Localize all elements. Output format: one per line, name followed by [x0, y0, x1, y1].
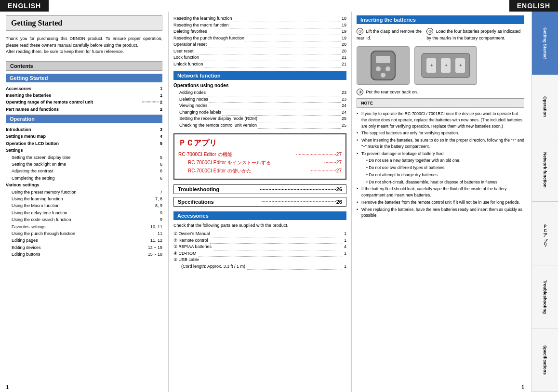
network-function-header: Network function: [173, 71, 346, 80]
battery-step-2: ② Load the four batteries properly as in…: [426, 28, 524, 41]
toc-gs-num-2: 1: [160, 92, 162, 99]
mid-toc-unlock: Unlock function21: [173, 61, 346, 68]
page-number-left: 1: [6, 384, 9, 390]
toc-op-various: Various settings: [6, 182, 162, 188]
sidebar-tab-pcapp[interactable]: ＰＣアプリ: [532, 202, 558, 265]
getting-started-title: Getting Started: [6, 15, 162, 31]
sub-bullet-4: Do not short-circuit, disassemble, heat …: [366, 179, 524, 185]
nf-adding: Adding nodes23: [173, 90, 346, 96]
troubleshooting-label: Troubleshooting: [178, 186, 219, 192]
network-function-section: Network function Operations using nodes …: [173, 71, 346, 129]
header: ENGLISH ENGLISH: [0, 0, 558, 12]
header-right-label: ENGLISH: [509, 0, 558, 12]
note-2: The supplied batteries are only for veri…: [357, 130, 524, 136]
toc-op-lcd: Operation the LCD button 5: [6, 140, 162, 147]
toc-gs-num-1: 1: [160, 85, 162, 92]
svg-text:+: +: [459, 63, 462, 68]
pc-app-item-1: RC-7000CI Editor の機能····················…: [178, 150, 342, 158]
acc-item-3: ③ R6P/AA batteries4: [173, 244, 346, 250]
note-1: If you try to operate the RC-7000CI / 70…: [357, 111, 524, 129]
network-operations-subtitle: Operations using nodes: [173, 83, 346, 88]
sub-bullet-3: Do not attempt to charge dry batteries.: [366, 172, 524, 178]
inserting-batteries-content: Inserting the batteries ① Lift the clasp…: [357, 15, 524, 219]
right-column: Inserting the batteries ① Lift the clasp…: [352, 12, 558, 392]
sidebar-tab-nf-label: Network function: [543, 152, 547, 188]
note-5: If the battery fluid should leak, carefu…: [357, 186, 524, 198]
toc-op-favorites: Favorites settings 10, 11: [6, 223, 162, 230]
nf-checking: Checking the remote control unit version…: [173, 122, 346, 129]
sidebar-tab-specifications[interactable]: Specifications: [532, 328, 558, 392]
pc-app-section: ＰＣアプリ RC-7000CI Editor の機能··············…: [173, 133, 346, 180]
mid-toc-lock: Lock function21: [173, 54, 346, 61]
toc-op-backlight: Setting the backlight on time 6: [6, 161, 162, 168]
svg-text:+: +: [445, 63, 448, 68]
mid-toc-reset-macro: Resetting the macro function19: [173, 22, 346, 29]
battery-compartment-image: + + +: [414, 46, 477, 85]
battery-images: + + +: [357, 46, 524, 85]
sidebar-tab-getting-started[interactable]: Getting Started: [532, 12, 558, 75]
troubleshooting-num: ········································…: [260, 186, 342, 192]
toc-op-editbuttons: Editing buttons 15 ~ 18: [6, 251, 162, 258]
specifications-label: Specifications: [178, 199, 214, 205]
toc-gs-num-3: ·············· 2: [142, 99, 162, 105]
pc-app-item-3: RC-7000CI Editor の使いかた··················…: [178, 167, 342, 175]
toc-op-editpages: Editing pages 11, 12: [6, 237, 162, 244]
toc-op-delay: Using the delay time function 9: [6, 209, 162, 216]
accessories-header: Accessories: [173, 211, 346, 220]
toc-op-title: Operation: [6, 115, 162, 123]
toc-gs-label-2: Inserting the batteries: [6, 92, 51, 99]
nf-changing: Changing node labels24: [173, 109, 346, 116]
sidebar-tab-operation[interactable]: Operation: [532, 75, 558, 139]
toc-gs-label-4: Part names and functions: [6, 106, 59, 113]
svg-rect-1: [376, 56, 390, 63]
toc-op-settings: Settings: [6, 147, 162, 154]
toc-op-intro: Introduction 3: [6, 126, 162, 133]
specifications-box: Specifications ·························…: [173, 197, 346, 207]
left-column: Getting Started Thank you for purchasing…: [0, 12, 169, 392]
step3-circle: ③: [357, 89, 363, 95]
toc-gs-item-2: Inserting the batteries 1: [6, 92, 162, 99]
toc-op-screen: Setting the screen display time 5: [6, 154, 162, 161]
pc-app-item-2: RC-7000CI Editor をインストールする·········27: [178, 158, 342, 167]
note-3: When inserting the batteries, be sure to…: [357, 137, 524, 150]
toc-gs-item-3: Operating range of the remote control un…: [6, 99, 162, 105]
sidebar-tab-pc-label: ＰＣアプリ: [542, 222, 548, 245]
battery-step-1: ① Lift the clasp and remove the rear lid…: [357, 28, 422, 41]
note-4: To prevent damage or leakage of battery …: [357, 151, 524, 157]
toc-gs-item-4: Part names and functions 2: [6, 106, 162, 113]
inserting-batteries-title: Inserting the batteries: [360, 17, 416, 23]
toc-op-settings-menu: Settings menu map 4: [6, 133, 162, 140]
mid-toc-reset-learn: Resetting the learning function18: [173, 15, 346, 22]
mid-toc-reset-punch: Resetting the punch through function19: [173, 35, 346, 42]
battery-steps-row: ① Lift the clasp and remove the rear lid…: [357, 28, 524, 41]
toc-getting-started: Getting Started Accessories 1 Inserting …: [6, 74, 162, 113]
toc-op-punch: Using the punch through function 11: [6, 230, 162, 237]
step1-text: Lift the clasp and remove the rear lid.: [357, 29, 422, 40]
toc-op-editdevices: Editing devices 12 ~ 15: [6, 244, 162, 251]
step2-text: Load the four batteries properly as indi…: [426, 29, 520, 40]
mid-toc-op-reset: Operational reset20: [173, 41, 346, 48]
page-number-right: 1: [521, 384, 524, 390]
note-label: NOTE: [361, 101, 373, 105]
sidebar-tab-troubleshooting[interactable]: Troubleshooting: [532, 265, 558, 329]
accessories-section: Accessories Check that the following par…: [173, 211, 346, 270]
sidebar-tab-network[interactable]: Network function: [532, 138, 558, 202]
remote-image: [357, 46, 410, 85]
inserting-batteries-header: Inserting the batteries: [357, 15, 524, 24]
mid-column: Resetting the learning function18 Resett…: [169, 12, 352, 392]
toc-gs-num-4: 2: [160, 106, 162, 113]
toc-gs-title: Getting Started: [6, 74, 162, 82]
sub-bullet-2: Do not use two different types of batter…: [366, 165, 524, 171]
right-sidebar: Getting Started Operation Network functi…: [531, 12, 558, 392]
toc-operation: Operation Introduction 3 Settings menu m…: [6, 115, 162, 258]
header-left-label: ENGLISH: [0, 0, 49, 12]
svg-point-4: [381, 73, 385, 78]
nf-deleting: Deleting nodes23: [173, 96, 346, 103]
toc-gs-label-3: Operating range of the remote control un…: [6, 99, 93, 105]
acc-item-5: ⑤ USB cable: [173, 257, 346, 263]
toc-op-learning: Using the learning function 7, 8: [6, 196, 162, 202]
mid-toc-user-reset: User reset20: [173, 48, 346, 55]
mid-toc-cont: Resetting the learning function18 Resett…: [173, 15, 346, 67]
sidebar-tab-ts-label: Troubleshooting: [543, 280, 547, 314]
contents-header: Contents: [6, 61, 162, 71]
